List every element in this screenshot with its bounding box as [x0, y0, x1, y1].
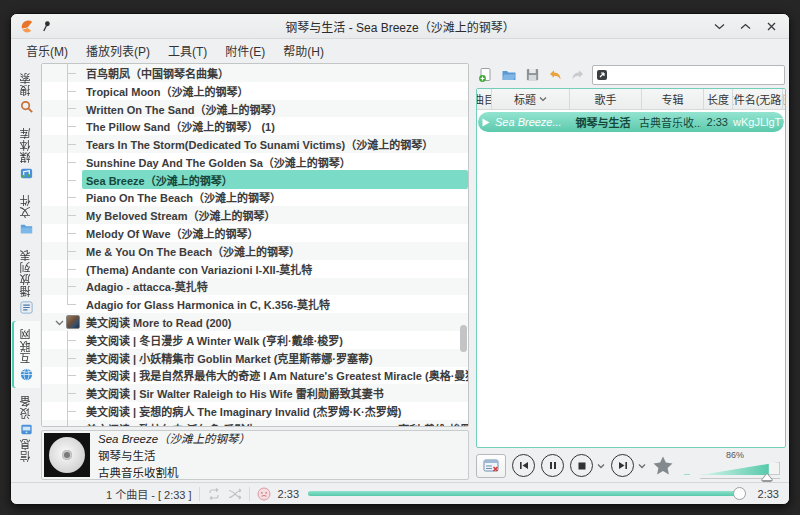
previous-icon	[519, 461, 529, 470]
save-playlist-icon	[525, 67, 540, 82]
menu-playlist[interactable]: 播放列表(P)	[79, 40, 157, 61]
tree-item[interactable]: 美文阅读 | 妄想的病人 The Imaginary Invalid (杰罗姆·…	[42, 402, 468, 420]
tree-item[interactable]: 美文阅读 | 小妖精集市 Goblin Market (克里斯蒂娜·罗塞蒂)	[42, 349, 468, 367]
shuffle-icon[interactable]	[228, 488, 242, 500]
search-icon	[19, 99, 34, 114]
album-cover[interactable]	[44, 433, 90, 477]
undo-button[interactable]	[546, 66, 564, 84]
next-button[interactable]	[611, 454, 634, 477]
track-tree[interactable]: 百鸟朝凤（中国钢琴名曲集） Tropical Moon（沙滩上的钢琴） Writ…	[41, 63, 469, 427]
playlist-table[interactable]: 曲目 标题 歌手 专辑 长度 文件名(无路径 创建 Sea Breeze... …	[476, 88, 786, 448]
column-title[interactable]: 标题	[492, 89, 570, 109]
gapless-playback-icon[interactable]	[257, 487, 271, 501]
previous-button[interactable]	[512, 454, 535, 477]
tree-item[interactable]: 美文阅读 | 我是自然界最伟大的奇迹 I Am Nature's Greates…	[42, 367, 468, 385]
tree-item[interactable]: Adagio for Glass Harmonica in C, K.356-莫…	[42, 295, 468, 313]
sidebar-tab-playlists[interactable]: 播放列表	[12, 242, 40, 321]
now-playing-panel: Sea Breeze（沙滩上的钢琴） 钢琴与生活 古典音乐收割机	[41, 430, 469, 480]
stop-button[interactable]	[570, 454, 593, 477]
tree-group-item[interactable]: 美文阅读 More to Read (200)	[42, 313, 468, 331]
next-options-chevron-icon[interactable]	[638, 462, 646, 470]
tree-item[interactable]: Sunshine Day And The Golden Sa（沙滩上的钢琴）	[42, 153, 468, 171]
titlebar[interactable]: 钢琴与生活 - Sea Breeze（沙滩上的钢琴）	[11, 14, 789, 39]
stop-options-chevron-icon[interactable]	[597, 462, 605, 470]
menu-help[interactable]: 帮助(H)	[276, 40, 331, 61]
open-playlist-icon	[501, 67, 517, 83]
cell-filename: wKgJLlgT74...	[730, 116, 784, 128]
volume-percent-label: 86%	[726, 450, 744, 460]
undo-icon	[547, 67, 563, 83]
cell-artist: 钢琴与生活	[567, 114, 639, 130]
tree-item[interactable]: Melody Of Wave（沙滩上的钢琴）	[42, 224, 468, 242]
column-artist[interactable]: 歌手	[570, 89, 642, 109]
cd-icon	[49, 437, 85, 473]
tree-item[interactable]: Written On The Sand（沙滩上的钢琴）	[42, 100, 468, 118]
transport-controls: 86%	[476, 448, 786, 480]
minimize-button[interactable]	[713, 20, 725, 32]
expand-chevron-icon[interactable]	[55, 318, 64, 327]
total-time-label: 2:33	[758, 488, 779, 500]
repeat-icon[interactable]	[207, 488, 221, 500]
seek-bar[interactable]	[308, 491, 743, 496]
maximize-button[interactable]	[739, 20, 751, 32]
menubar: 音乐(M) 播放列表(P) 工具(T) 附件(E) 帮助(H)	[11, 39, 789, 61]
files-icon	[19, 221, 34, 236]
pause-button[interactable]	[541, 454, 564, 477]
volume-marker-icon[interactable]	[762, 474, 772, 480]
save-playlist-button[interactable]	[523, 66, 541, 84]
next-icon	[618, 461, 628, 470]
tree-item[interactable]: Adagio - attacca-莫扎特	[42, 278, 468, 296]
tree-item[interactable]: 美文阅读 | 致拉尔夫·沃尔多·爱默生 To Ralph Waldo Emers…	[42, 420, 468, 427]
app-window: 钢琴与生活 - Sea Breeze（沙滩上的钢琴） 音乐(M) 播放列表(P)…	[10, 13, 790, 505]
sidebar-tab-internet[interactable]: 互联网	[12, 321, 40, 388]
new-playlist-button[interactable]	[477, 66, 495, 84]
tree-item[interactable]: My Beloved Stream（沙滩上的钢琴）	[42, 206, 468, 224]
redo-icon	[570, 67, 586, 83]
playlists-icon	[19, 300, 34, 315]
sidebar-tabbar: 搜索 媒体库 文件 播放列表 互联网 设备	[11, 61, 41, 482]
elapsed-time-label: 2:33	[278, 488, 299, 500]
column-created[interactable]: 创建	[783, 89, 785, 109]
sidebar-tab-search[interactable]: 搜索	[12, 65, 40, 120]
playlist-table-header: 曲目 标题 歌手 专辑 长度 文件名(无路径 创建	[477, 89, 785, 110]
open-playlist-button[interactable]	[500, 66, 518, 84]
filter-input[interactable]	[611, 69, 781, 81]
seek-handle[interactable]	[733, 487, 746, 500]
sidebar-tab-info[interactable]: 信息	[12, 431, 40, 468]
favorite-button[interactable]	[652, 455, 674, 477]
playlist-filter-field[interactable]	[592, 65, 785, 85]
sidebar-tab-files[interactable]: 文件	[12, 187, 40, 242]
close-button[interactable]	[765, 20, 777, 32]
menu-music[interactable]: 音乐(M)	[19, 40, 75, 61]
seek-bar-fill	[308, 491, 743, 496]
now-playing-title: Sea Breeze（沙滩上的钢琴）	[98, 430, 250, 446]
playlist-row-current[interactable]: Sea Breeze... 钢琴与生活 古典音乐收... 2:33 wKgJLl…	[478, 112, 784, 132]
column-filename[interactable]: 文件名(无路径	[733, 89, 783, 109]
stop-icon	[578, 462, 586, 470]
tree-item-selected[interactable]: Sea Breeze（沙滩上的钢琴）	[42, 171, 468, 189]
column-album[interactable]: 专辑	[642, 89, 704, 109]
tree-item[interactable]: Me & You On The Beach（沙滩上的钢琴）	[42, 242, 468, 260]
new-playlist-icon	[478, 67, 494, 83]
tree-item[interactable]: 百鸟朝凤（中国钢琴名曲集）	[42, 64, 468, 82]
redo-button[interactable]	[569, 66, 587, 84]
volume-control[interactable]: 86%	[700, 452, 786, 479]
tree-item[interactable]: Piano On The Beach（沙滩上的钢琴）	[42, 189, 468, 207]
column-track[interactable]: 曲目	[477, 89, 492, 109]
tree-item[interactable]: The Pillow Sand（沙滩上的钢琴） (1)	[42, 117, 468, 135]
sidebar-tab-library[interactable]: 媒体库	[12, 120, 40, 187]
menu-addons[interactable]: 附件(E)	[218, 40, 272, 61]
tree-scrollbar[interactable]	[460, 325, 467, 352]
toggle-playlist-view-button[interactable]	[476, 454, 506, 478]
tree-item[interactable]: 美文阅读 | Sir Walter Raleigh to His Wife 雷利…	[42, 384, 468, 402]
pause-icon	[549, 461, 557, 470]
tree-item[interactable]: Tropical Moon（沙滩上的钢琴）	[42, 82, 468, 100]
internet-icon	[19, 367, 34, 382]
menu-tools[interactable]: 工具(T)	[161, 40, 214, 61]
tree-item[interactable]: 美文阅读 | 冬日漫步 A Winter Walk (亨利·戴维·梭罗)	[42, 331, 468, 349]
album-thumb	[66, 315, 80, 329]
column-length[interactable]: 长度	[704, 89, 733, 109]
tree-item[interactable]: Tears In The Storm(Dedicated To Sunami V…	[42, 135, 468, 153]
tree-item[interactable]: (Thema) Andante con Variazioni I-XII-莫扎特	[42, 260, 468, 278]
track-count-label: 1 个曲目 - [ 2:33 ]	[106, 486, 192, 502]
